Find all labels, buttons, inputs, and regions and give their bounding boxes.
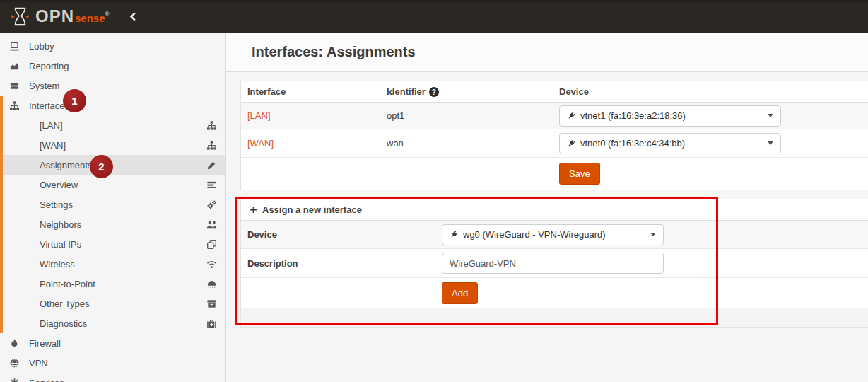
sidebar-item-system[interactable]: System bbox=[0, 76, 225, 96]
lan-device-select[interactable]: vtnet1 (fa:16:3e:a2:18:36) bbox=[559, 105, 781, 127]
top-header-bar: OPN sense ® bbox=[0, 0, 868, 33]
plug-icon bbox=[450, 230, 459, 239]
pencil-icon bbox=[206, 160, 217, 170]
sidebar-item-label: Firewall bbox=[29, 338, 61, 349]
sidebar-item-label: Interfaces bbox=[29, 100, 69, 111]
archive-icon bbox=[206, 299, 217, 309]
new-device-select[interactable]: wg0 (WireGuard - VPN-Wireguard) bbox=[442, 224, 664, 245]
sidebar-item-label: Overview bbox=[40, 180, 78, 190]
sidebar-item-interfaces[interactable]: Interfaces bbox=[3, 96, 225, 115]
fire-icon bbox=[9, 338, 23, 349]
save-button[interactable]: Save bbox=[559, 163, 600, 185]
sidebar-item-diagnostics[interactable]: Diagnostics bbox=[3, 313, 225, 333]
column-header-identifier: Identifier? bbox=[387, 86, 559, 98]
sidebar-item-label: Reporting bbox=[29, 61, 69, 71]
table-header-row: Interface Identifier? Device bbox=[241, 81, 868, 103]
sidebar-item-label: Settings bbox=[40, 199, 73, 210]
clone-icon bbox=[206, 239, 217, 250]
sidebar-item-virtual-ips[interactable]: Virtual IPs bbox=[3, 234, 225, 254]
add-button[interactable]: Add bbox=[442, 282, 478, 304]
medkit-icon bbox=[206, 318, 217, 329]
sidebar-item-lobby[interactable]: Lobby bbox=[0, 36, 225, 56]
wan-interface-link[interactable]: [WAN] bbox=[247, 138, 274, 149]
sidebar-item-label: Diagnostics bbox=[40, 318, 87, 329]
wan-device-select[interactable]: vtnet0 (fa:16:3e:c4:34:bb) bbox=[559, 133, 781, 154]
help-icon[interactable]: ? bbox=[429, 87, 439, 97]
registered-trademark: ® bbox=[105, 11, 110, 17]
sidebar-item-label: System bbox=[29, 81, 59, 91]
assign-new-interface-header: Assign a new interface bbox=[241, 199, 868, 221]
sidebar-item-neighbors[interactable]: Neighbors bbox=[3, 214, 225, 234]
sidebar-item-label: Lobby bbox=[29, 41, 54, 52]
assign-new-interface-section: Assign a new interface Device wg0 (WireG… bbox=[240, 199, 868, 328]
users-icon bbox=[206, 219, 217, 230]
globe-icon bbox=[9, 358, 23, 369]
lan-device-value: vtnet1 (fa:16:3e:a2:18:36) bbox=[580, 110, 686, 121]
plug-icon bbox=[567, 139, 576, 148]
section-footer-strip bbox=[241, 308, 868, 327]
lan-identifier: opt1 bbox=[387, 110, 559, 121]
content-area: Interface Identifier? Device [LAN] opt1 … bbox=[226, 72, 868, 382]
brand-text-primary: OPN bbox=[35, 6, 74, 26]
sidebar-item-label: [LAN] bbox=[40, 120, 63, 131]
opnsense-hourglass-icon bbox=[10, 6, 30, 27]
sidebar-item-wan[interactable]: [WAN] bbox=[3, 135, 225, 155]
sidebar-item-assignments[interactable]: Assignments bbox=[3, 155, 225, 175]
sidebar-item-point-to-point[interactable]: Point-to-Point bbox=[3, 274, 225, 294]
table-row-wan: [WAN] wan vtnet0 (fa:16:3e:c4:34:bb) bbox=[241, 129, 868, 158]
sidebar-item-label: [WAN] bbox=[40, 140, 66, 151]
sitemap-icon bbox=[206, 140, 217, 151]
description-label: Description bbox=[241, 258, 442, 269]
column-header-interface: Interface bbox=[241, 86, 387, 97]
sidebar-item-services[interactable]: Services bbox=[0, 373, 225, 382]
sidebar-item-label: Other Types bbox=[40, 299, 90, 309]
sidebar-item-other-types[interactable]: Other Types bbox=[3, 294, 225, 313]
sidebar-item-reporting[interactable]: Reporting bbox=[0, 56, 225, 76]
page-header: Interfaces: Assignments bbox=[226, 33, 868, 72]
chevron-left-icon bbox=[128, 11, 139, 22]
interfaces-menu-group: Interfaces [LAN] [WAN] Assignments Overv… bbox=[0, 96, 225, 333]
wan-device-value: vtnet0 (fa:16:3e:c4:34:bb) bbox=[580, 138, 685, 149]
sidebar-item-label: Neighbors bbox=[40, 219, 81, 230]
sidebar-item-label: Point-to-Point bbox=[40, 279, 95, 289]
opnsense-logo[interactable]: OPN sense ® bbox=[10, 6, 109, 27]
sidebar-item-vpn[interactable]: VPN bbox=[0, 353, 225, 373]
sidebar-item-lan[interactable]: [LAN] bbox=[3, 115, 225, 135]
server-icon bbox=[9, 81, 23, 91]
sidebar: Lobby Reporting System Interfaces [LAN] … bbox=[0, 33, 226, 382]
device-label: Device bbox=[241, 229, 442, 240]
description-input[interactable] bbox=[442, 253, 664, 274]
assignments-table: Interface Identifier? Device [LAN] opt1 … bbox=[240, 81, 868, 190]
sidebar-item-wireless[interactable]: Wireless bbox=[3, 254, 225, 274]
column-header-device: Device bbox=[559, 86, 868, 97]
main-content: Interfaces: Assignments Interface Identi… bbox=[226, 33, 868, 382]
brand-text-secondary: sense bbox=[75, 12, 105, 24]
sidebar-item-settings[interactable]: Settings bbox=[3, 195, 225, 214]
area-chart-icon bbox=[9, 61, 23, 71]
device-form-row: Device wg0 (WireGuard - VPN-Wireguard) bbox=[241, 221, 868, 249]
sidebar-item-label: Services bbox=[29, 378, 64, 382]
wan-identifier: wan bbox=[387, 138, 559, 149]
wifi-icon bbox=[206, 259, 217, 270]
sidebar-collapse-button[interactable] bbox=[128, 11, 139, 22]
phone-icon bbox=[206, 279, 217, 289]
laptop-icon bbox=[9, 41, 23, 52]
sidebar-item-label: Virtual IPs bbox=[40, 239, 81, 250]
sidebar-item-label: VPN bbox=[29, 358, 48, 369]
table-footer-row: Save bbox=[241, 158, 868, 190]
sidebar-item-overview[interactable]: Overview bbox=[3, 175, 225, 195]
sitemap-icon bbox=[206, 120, 217, 131]
table-row-lan: [LAN] opt1 vtnet1 (fa:16:3e:a2:18:36) bbox=[241, 103, 868, 129]
caret-down-icon bbox=[768, 141, 773, 145]
description-form-row: Description bbox=[241, 249, 868, 278]
gear-icon bbox=[9, 378, 23, 382]
add-button-row: Add bbox=[241, 278, 868, 308]
section-title: Assign a new interface bbox=[262, 204, 362, 215]
sidebar-item-label: Wireless bbox=[40, 259, 75, 270]
sitemap-icon bbox=[9, 100, 23, 111]
caret-down-icon bbox=[650, 233, 656, 236]
sidebar-item-firewall[interactable]: Firewall bbox=[0, 333, 225, 353]
caret-down-icon bbox=[768, 114, 773, 117]
lan-interface-link[interactable]: [LAN] bbox=[247, 110, 271, 121]
list-icon bbox=[206, 180, 217, 190]
